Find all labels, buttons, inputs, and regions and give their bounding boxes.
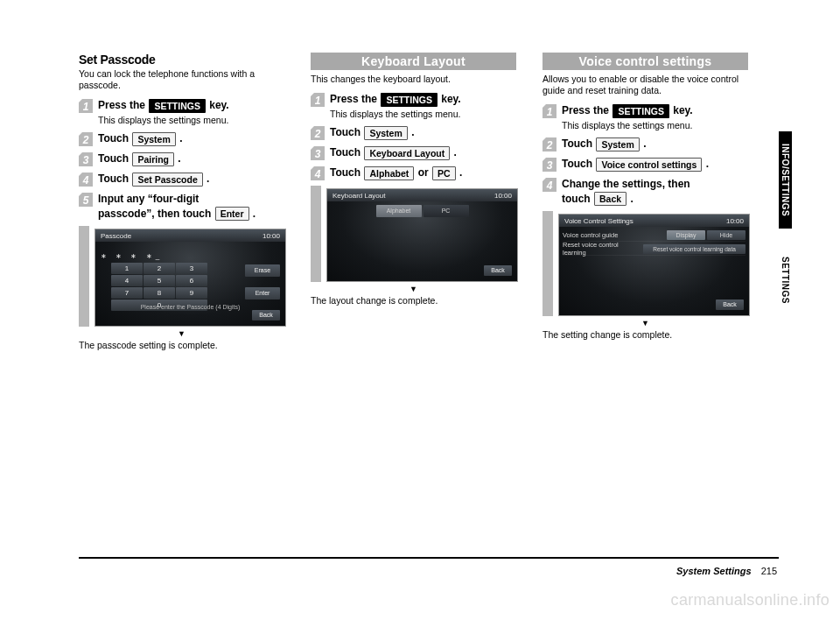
down-caret-icon: ▼ (79, 329, 284, 338)
step-text: . (177, 132, 183, 144)
watermark: carmanualsonline.info (671, 591, 830, 609)
footer-section: System Settings (676, 566, 752, 576)
step-text: . (703, 158, 709, 170)
settings-key-label: SETTINGS (612, 104, 669, 118)
final-text: The setting change is complete. (542, 329, 748, 340)
step-note: This displays the settings menu. (562, 119, 693, 131)
ss-title: Keyboard Layout (332, 192, 386, 200)
ss-reset-button: Reset voice control learning data (643, 244, 746, 254)
settings-key-label: SETTINGS (381, 93, 438, 107)
step-number-4-icon: 4 (542, 178, 556, 192)
ss-title: Voice Control Settings (564, 217, 634, 225)
footer: System Settings 215 (676, 566, 777, 576)
step-note: This displays the settings menu. (330, 108, 461, 120)
step-number-4-icon: 4 (79, 173, 93, 187)
step-text: Touch (562, 158, 595, 170)
step-text: Touch (562, 137, 595, 150)
alphabet-button-label: Alphabet (364, 166, 414, 180)
step-text: . (204, 173, 210, 185)
step-number-5-icon: 5 (79, 193, 93, 207)
step-text: Touch (330, 166, 363, 179)
ss-alphabet-option: Alphabet (376, 205, 422, 217)
ss-row-label: Reset voice control learning (563, 241, 641, 257)
final-text: The passcode setting is complete. (79, 340, 284, 350)
ss-clock: 10:00 (494, 192, 512, 200)
system-button-label: System (132, 132, 175, 146)
step-number-3-icon: 3 (311, 146, 325, 160)
svg-text:5: 5 (83, 194, 89, 207)
step-note: This displays the settings menu. (98, 114, 229, 126)
step-text: key. (206, 99, 229, 111)
keyboard-layout-button-label: Keyboard Layout (364, 146, 450, 160)
step-text: Touch (98, 152, 131, 165)
ss-key-3: 3 (176, 263, 207, 274)
ss-key-9: 9 (176, 287, 207, 299)
ss-erase-button: Erase (245, 264, 280, 277)
system-button-label: System (596, 137, 639, 151)
step-text: key. (438, 93, 461, 105)
step-text: Touch (98, 173, 131, 185)
step-text: Touch (330, 146, 363, 159)
step-text: . (457, 166, 463, 179)
settings-key-label: SETTINGS (149, 99, 206, 113)
ss-back-button: Back (484, 265, 512, 276)
voice-control-screenshot: Voice Control Settings10:00 Voice contro… (558, 214, 750, 316)
svg-text:4: 4 (82, 174, 89, 187)
ss-title: Passcode (101, 232, 131, 240)
ss-key-5: 5 (144, 275, 175, 286)
section-sub: This changes the keyboard layout. (311, 74, 516, 85)
ss-enter-button: Enter (245, 287, 280, 299)
svg-text:4: 4 (546, 180, 553, 192)
section-sub: You can lock the telephone functions wit… (79, 68, 284, 91)
back-button-label: Back (594, 192, 626, 206)
step-text: Press the (562, 104, 612, 116)
ss-toggle: Alphabet PC (375, 205, 470, 217)
side-tab-info-settings: INFO/SETTINGS (779, 131, 792, 229)
step-number-2-icon: 2 (79, 132, 93, 146)
svg-text:2: 2 (82, 134, 89, 146)
ss-key-4: 4 (111, 275, 143, 286)
step-text: . (627, 193, 634, 205)
pc-button-label: PC (432, 166, 456, 180)
step-number-1-icon: 1 (79, 99, 93, 113)
step-text: . (175, 152, 181, 165)
keyboard-layout-screenshot: Keyboard Layout10:00 Alphabet PC Back (326, 188, 518, 282)
step-text: Press the (98, 99, 148, 111)
ss-key-1: 1 (111, 263, 143, 274)
step-number-1-icon: 1 (542, 104, 556, 118)
svg-text:1: 1 (315, 95, 321, 107)
step-number-2-icon: 2 (311, 126, 325, 140)
step-text: passcode”, then touch (98, 208, 214, 220)
svg-text:3: 3 (315, 148, 321, 160)
step-text: Press the (330, 93, 380, 105)
step-bar (79, 226, 89, 327)
svg-text:1: 1 (83, 101, 89, 113)
svg-text:3: 3 (547, 159, 553, 172)
footer-divider (79, 557, 779, 559)
down-caret-icon: ▼ (311, 285, 516, 293)
step-bar (542, 211, 553, 316)
ss-passcode-field: ∗ ∗ ∗ ∗_ (101, 252, 163, 260)
step-number-2-icon: 2 (542, 137, 556, 151)
ss-hide-option: Hide (707, 230, 746, 240)
side-tab-settings: SETTINGS (779, 244, 792, 316)
ss-pc-option: PC (424, 205, 469, 217)
step-text: . (451, 146, 457, 159)
ss-key-2: 2 (144, 263, 175, 274)
ss-key-8: 8 (144, 287, 175, 299)
ss-row-label: Voice control guide (563, 231, 618, 239)
step-text: . (640, 137, 647, 150)
system-button-label: System (364, 126, 407, 140)
page-number: 215 (761, 566, 777, 576)
section-sub: Allows you to enable or disable the voic… (542, 74, 748, 96)
enter-button-label: Enter (215, 207, 249, 221)
step-text: touch (562, 193, 593, 205)
step-text: key. (670, 104, 693, 116)
pairing-button-label: Pairing (132, 152, 174, 166)
set-passcode-button-label: Set Passcode (132, 173, 202, 187)
ss-back-button: Back (252, 310, 280, 321)
step-number-3-icon: 3 (542, 158, 556, 172)
section-header: Voice control settings (542, 53, 748, 70)
step-number-3-icon: 3 (79, 152, 93, 166)
ss-display-option: Display (667, 230, 705, 240)
